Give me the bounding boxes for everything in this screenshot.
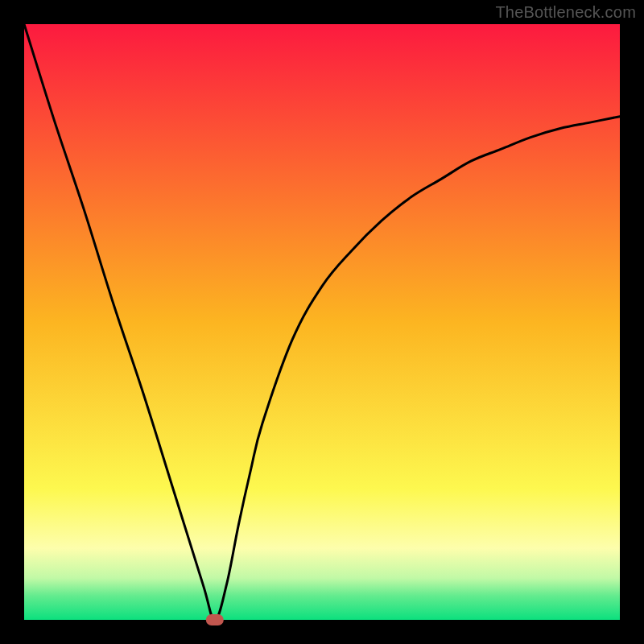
chart-plot-bg [24, 24, 620, 620]
min-marker [206, 614, 224, 625]
watermark-text: TheBottleneck.com [495, 3, 636, 22]
bottleneck-chart [0, 0, 644, 644]
chart-container: TheBottleneck.com [0, 0, 644, 644]
